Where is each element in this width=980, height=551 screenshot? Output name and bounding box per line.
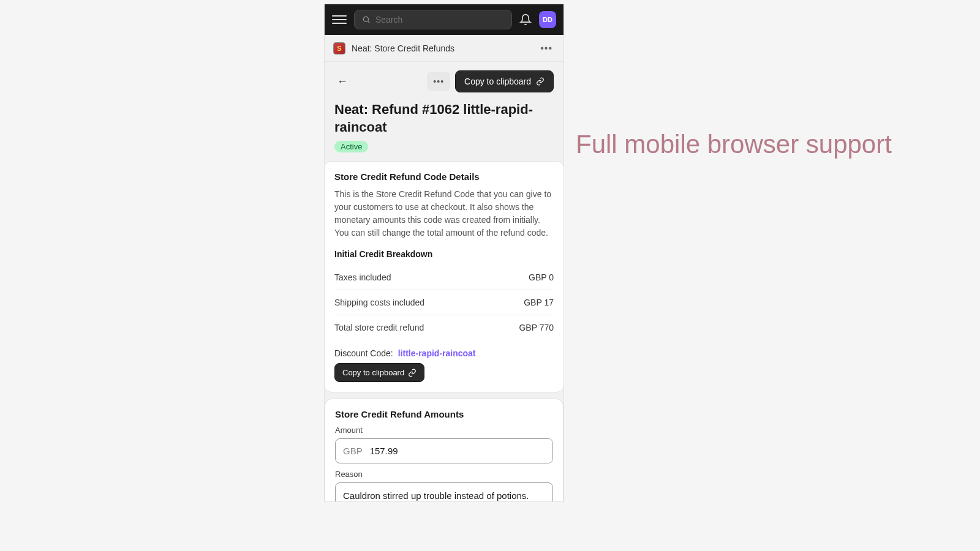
mobile-device-frame: DD S Neat: Store Credit Refunds ••• ← ••… — [325, 4, 564, 501]
top-navigation-bar: DD — [325, 4, 564, 35]
table-row: Total store credit refundGBP 770 — [334, 315, 554, 340]
link-icon — [408, 369, 417, 377]
reason-textarea[interactable] — [336, 483, 552, 501]
app-logo-icon: S — [333, 42, 345, 54]
details-card: Store Credit Refund Code Details This is… — [325, 161, 564, 392]
table-row: Shipping costs includedGBP 17 — [334, 290, 554, 315]
table-row-label: Taxes included — [334, 272, 391, 282]
copy-to-clipboard-button[interactable]: Copy to clipboard — [455, 70, 554, 92]
table-row-value: GBP 770 — [519, 323, 554, 332]
page-action-row: ← ••• Copy to clipboard — [325, 62, 564, 97]
search-box[interactable] — [354, 10, 512, 29]
amounts-card-title: Store Credit Refund Amounts — [335, 409, 553, 419]
details-card-title: Store Credit Refund Code Details — [334, 171, 554, 182]
page-more-icon[interactable]: ••• — [427, 72, 450, 91]
details-card-description: This is the Store Credit Refund Code tha… — [334, 188, 554, 239]
table-row-label: Shipping costs included — [334, 298, 424, 307]
amount-input-wrap[interactable]: GBP — [335, 438, 553, 463]
menu-hamburger-icon[interactable] — [332, 12, 347, 27]
main-scroll-area[interactable]: ← ••• Copy to clipboard Neat: Refund #10… — [325, 62, 564, 501]
page-title: Neat: Refund #1062 little-rapid-raincoat — [325, 97, 564, 141]
reason-textarea-wrap[interactable] — [335, 482, 553, 501]
back-arrow-icon[interactable]: ← — [334, 73, 350, 91]
breakdown-title: Initial Credit Breakdown — [334, 249, 554, 259]
app-header-bar: S Neat: Store Credit Refunds ••• — [325, 35, 564, 62]
copy-button-label: Copy to clipboard — [464, 77, 531, 86]
table-row-label: Total store credit refund — [334, 323, 424, 332]
amount-currency-prefix: GBP — [336, 439, 370, 463]
search-input[interactable] — [375, 15, 504, 24]
amount-field-label: Amount — [335, 425, 553, 435]
table-row: Taxes includedGBP 0 — [334, 265, 554, 290]
notifications-bell-icon[interactable] — [519, 13, 532, 26]
search-icon — [362, 15, 371, 24]
link-icon — [536, 77, 545, 86]
reason-field-label: Reason — [335, 470, 553, 479]
status-badge: Active — [334, 141, 368, 152]
copy-discount-code-button[interactable]: Copy to clipboard — [334, 363, 424, 382]
amounts-card: Store Credit Refund Amounts Amount GBP R… — [325, 399, 564, 501]
discount-code-label: Discount Code: — [334, 348, 393, 358]
table-row-value: GBP 17 — [524, 298, 554, 307]
app-more-icon[interactable]: ••• — [538, 40, 555, 56]
user-avatar[interactable]: DD — [539, 11, 556, 28]
table-row-value: GBP 0 — [529, 272, 554, 282]
svg-point-0 — [363, 17, 368, 21]
svg-line-1 — [368, 21, 370, 23]
discount-code-link[interactable]: little-rapid-raincoat — [398, 348, 476, 358]
discount-code-row: Discount Code: little-rapid-raincoat Cop… — [334, 348, 554, 382]
copy-sm-label: Copy to clipboard — [342, 368, 404, 377]
amount-input[interactable] — [370, 439, 552, 463]
marketing-tagline: Full mobile browser support — [576, 129, 892, 161]
app-title: Neat: Store Credit Refunds — [352, 43, 532, 53]
